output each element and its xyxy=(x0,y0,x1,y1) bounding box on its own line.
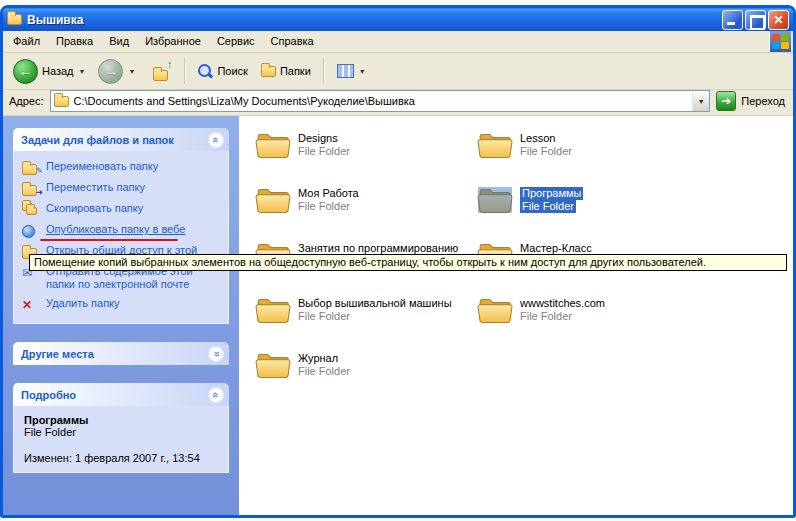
file-name: Журнал xyxy=(298,352,338,365)
address-combo[interactable]: C:\Documents and Settings\Liza\My Docume… xyxy=(50,90,711,112)
address-bar: Адрес: C:\Documents and Settings\Liza\My… xyxy=(3,90,793,116)
delete-folder-icon: ✕ xyxy=(22,297,40,312)
window-controls xyxy=(722,10,789,30)
rename-folder-icon: ✎ xyxy=(22,160,40,175)
maximize-button[interactable] xyxy=(745,10,766,30)
details-name: Программы xyxy=(24,414,218,426)
main-area: Задачи для файлов и папок « ✎ Переименов… xyxy=(3,116,793,515)
folder-icon xyxy=(477,185,513,214)
file-type: File Folder xyxy=(520,310,572,323)
collapse-chevron-icon[interactable]: « xyxy=(208,387,224,403)
file-item-selected[interactable]: ПрограммыFile Folder xyxy=(477,185,691,240)
file-item[interactable]: ЖурналFile Folder xyxy=(255,350,469,405)
file-list-area[interactable]: DesignsFile Folder LessonFile Folder Моя… xyxy=(239,116,793,515)
section-details: Подробно « Программы File Folder Изменен… xyxy=(13,383,229,473)
file-type: File Folder xyxy=(298,145,350,158)
search-button[interactable]: Поиск xyxy=(193,60,252,83)
go-icon: ➔ xyxy=(716,91,736,111)
tooltip: Помещение копий выбранных элементов на о… xyxy=(29,254,787,271)
folder-icon xyxy=(255,350,291,379)
folder-icon xyxy=(477,295,513,324)
file-item[interactable]: wwwstitches.comFile Folder xyxy=(477,295,691,350)
file-type: File Folder xyxy=(520,200,576,213)
task-publish-folder[interactable]: Опубликовать папку в вебе xyxy=(18,220,224,241)
file-tasks-header[interactable]: Задачи для файлов и папок « xyxy=(13,128,229,151)
details-type: File Folder xyxy=(24,426,218,438)
file-name: Моя Работа xyxy=(298,187,359,200)
other-places-header[interactable]: Другие места « xyxy=(13,342,229,365)
file-tasks-title: Задачи для файлов и папок xyxy=(21,134,174,146)
folder-icon xyxy=(477,130,513,159)
screen: Вышивка Файл Правка Вид Избранное Сервис… xyxy=(0,0,796,521)
task-rename-folder[interactable]: ✎ Переименовать папку xyxy=(18,157,224,178)
menu-help[interactable]: Справка xyxy=(263,31,322,52)
back-button[interactable]: ← Назад ▼ xyxy=(8,55,90,88)
explorer-window: Вышивка Файл Правка Вид Избранное Сервис… xyxy=(0,5,796,518)
address-label: Адрес: xyxy=(9,95,44,107)
copy-folder-icon xyxy=(22,202,40,217)
address-dropdown-button[interactable]: ▼ xyxy=(692,91,709,111)
folder-icon xyxy=(255,130,291,159)
task-label: Переместить папку xyxy=(46,181,222,194)
file-item[interactable]: Моя РаботаFile Folder xyxy=(255,185,469,240)
forward-dropdown-icon[interactable]: ▼ xyxy=(128,68,135,75)
windows-logo xyxy=(769,31,791,52)
go-button[interactable]: ➔ Переход xyxy=(716,91,787,111)
menu-file[interactable]: Файл xyxy=(5,31,48,52)
task-label: Опубликовать папку в вебе xyxy=(46,223,222,236)
expand-chevron-icon[interactable]: « xyxy=(208,346,224,362)
collapse-chevron-icon[interactable]: « xyxy=(208,132,224,148)
menu-view[interactable]: Вид xyxy=(101,31,137,52)
close-button[interactable] xyxy=(768,10,789,30)
folder-icon xyxy=(255,295,291,324)
task-label: Переименовать папку xyxy=(46,160,222,173)
task-copy-folder[interactable]: Скопировать папку xyxy=(18,199,224,220)
menu-edit[interactable]: Правка xyxy=(48,31,101,52)
views-dropdown-icon[interactable]: ▼ xyxy=(359,68,366,75)
task-move-folder[interactable]: ➜ Переместить папку xyxy=(18,178,224,199)
file-tasks-body: ✎ Переименовать папку ➜ Переместить папк… xyxy=(13,151,229,324)
folders-label: Папки xyxy=(280,65,311,77)
window-folder-icon xyxy=(7,14,22,25)
section-file-tasks: Задачи для файлов и папок « ✎ Переименов… xyxy=(13,128,229,324)
file-name: Designs xyxy=(298,132,338,145)
folder-icon xyxy=(255,185,291,214)
search-icon xyxy=(198,64,213,79)
details-title: Подробно xyxy=(21,389,76,401)
file-item[interactable]: DesignsFile Folder xyxy=(255,130,469,185)
back-label: Назад xyxy=(42,65,74,77)
up-folder-icon: ↑ xyxy=(148,62,172,81)
file-type: File Folder xyxy=(298,200,350,213)
details-body: Программы File Folder Изменен: 1 февраля… xyxy=(13,406,229,473)
back-dropdown-icon[interactable]: ▼ xyxy=(79,68,86,75)
window-title: Вышивка xyxy=(27,13,717,27)
file-name: wwwstitches.com xyxy=(520,297,605,310)
section-other-places: Другие места « xyxy=(13,342,229,365)
views-button[interactable]: ▼ xyxy=(332,60,371,82)
details-modified: Изменен: 1 февраля 2007 г., 13:54 xyxy=(24,452,218,464)
menu-favorites[interactable]: Избранное xyxy=(137,31,209,52)
task-pane: Задачи для файлов и папок « ✎ Переименов… xyxy=(3,116,239,515)
menubar: Файл Правка Вид Избранное Сервис Справка xyxy=(3,31,793,53)
file-type: File Folder xyxy=(298,310,350,323)
views-icon xyxy=(337,64,354,78)
task-delete-folder[interactable]: ✕ Удалить папку xyxy=(18,294,224,315)
details-header[interactable]: Подробно « xyxy=(13,383,229,406)
address-path[interactable]: C:\Documents and Settings\Liza\My Docume… xyxy=(74,95,688,107)
minimize-button[interactable] xyxy=(722,10,743,30)
file-item[interactable]: LessonFile Folder xyxy=(477,130,691,185)
file-type: File Folder xyxy=(298,365,350,378)
search-label: Поиск xyxy=(217,65,247,77)
up-button[interactable]: ↑ xyxy=(143,58,177,85)
folders-button[interactable]: Папки xyxy=(256,61,316,81)
go-label: Переход xyxy=(741,95,785,107)
file-item[interactable]: Выбор вышивальной машиныFile Folder xyxy=(255,295,469,350)
forward-button[interactable]: → ▼ xyxy=(93,55,140,88)
toolbar: ← Назад ▼ → ▼ ↑ Поиск Папки ▼ xyxy=(3,53,793,90)
toolbar-separator xyxy=(323,58,325,84)
titlebar[interactable]: Вышивка xyxy=(3,8,793,31)
move-folder-icon: ➜ xyxy=(22,181,40,196)
menu-tools[interactable]: Сервис xyxy=(209,31,263,52)
back-icon: ← xyxy=(13,59,38,84)
forward-icon: → xyxy=(98,59,123,84)
